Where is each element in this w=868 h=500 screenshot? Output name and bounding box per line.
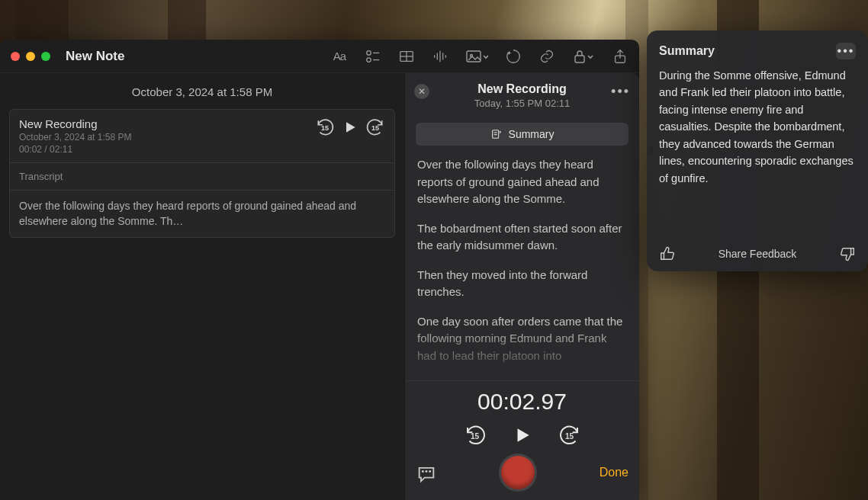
thumbs-up-icon [659,245,676,262]
table-button[interactable] [398,48,415,65]
media-icon [465,47,488,66]
transcript-label: Transcript [19,171,385,182]
done-button[interactable]: Done [600,466,628,479]
transcript-excerpt: Over the following days they heard repor… [19,198,385,229]
summary-tab-button[interactable]: Summary [416,123,628,146]
close-window-button[interactable] [11,52,20,61]
record-button[interactable] [501,456,535,489]
popover-title: Summary [659,44,715,58]
svg-point-0 [367,50,371,55]
format-button[interactable]: Aa [331,48,348,65]
thumbs-up-button[interactable] [659,245,676,262]
link-button[interactable] [538,48,555,65]
transcript-toggle-button[interactable] [416,463,437,482]
chat-icon [416,463,437,485]
summary-icon [490,128,503,140]
play-icon [342,120,358,135]
play-button[interactable] [342,120,358,135]
skip-back-button[interactable]: 15 [464,424,487,447]
summary-tab-label: Summary [509,128,555,140]
media-button[interactable] [465,48,488,65]
panel-subtitle: Today, 1:55 PM 02:11 [416,98,628,109]
recording-title: New Recording [19,117,309,130]
zoom-window-button[interactable] [41,52,50,61]
transcript-scroll[interactable]: Over the following days they heard repor… [405,152,639,380]
recording-panel: ✕ ••• New Recording Today, 1:55 PM 02:11… [404,73,639,500]
checklist-icon [365,48,381,65]
svg-rect-14 [575,56,584,62]
transcript-paragraph: One day soon after orders came that the … [417,313,627,365]
svg-point-2 [367,57,371,62]
waveform-icon [432,48,448,65]
play-button[interactable] [513,425,532,445]
more-icon: ••• [837,44,855,58]
popover-more-button[interactable]: ••• [836,43,856,59]
intelligence-button[interactable] [505,48,522,65]
note-timestamp: October 3, 2024 at 1:58 PM [0,73,404,104]
more-icon: ••• [611,84,630,99]
toolbar: Aa [331,48,628,65]
skip-back-button[interactable]: 15 [315,117,335,137]
share-button[interactable] [612,48,628,65]
share-feedback-button[interactable]: Share Feedback [719,248,797,260]
summary-popover: Summary ••• During the Somme offensive, … [647,30,868,271]
content-area: October 3, 2024 at 1:58 PM New Recording… [0,73,639,500]
link-icon [538,48,555,65]
note-body[interactable]: October 3, 2024 at 1:58 PM New Recording… [0,73,404,500]
transcript-paragraph: Over the following days they heard repor… [417,156,627,208]
recording-attachment-card[interactable]: New Recording October 3, 2024 at 1:58 PM… [9,109,395,238]
svg-rect-16 [492,130,498,139]
thumbs-down-button[interactable] [839,245,856,262]
recording-subtitle: October 3, 2024 at 1:58 PM [19,132,309,143]
titlebar: New Note Aa [0,40,639,73]
recording-elapsed: 00:02 / 02:11 [19,144,309,155]
thumbs-down-icon [839,245,856,262]
sparkle-circle-icon [505,48,522,65]
skip-forward-button[interactable]: 15 [558,424,581,447]
playback-timer: 00:02.97 [416,389,628,415]
share-icon [612,48,628,65]
window-controls [11,52,50,61]
minimize-window-button[interactable] [26,52,35,61]
format-icon: Aa [333,50,346,62]
notes-window: New Note Aa [0,40,639,500]
transport-controls: 15 15 [416,424,628,447]
audio-button[interactable] [432,48,448,65]
window-title: New Note [66,49,124,64]
close-panel-button[interactable]: ✕ [414,84,429,99]
lock-icon [572,47,595,66]
checklist-button[interactable] [365,48,381,65]
play-icon [513,425,532,445]
panel-title: New Recording [416,82,628,96]
close-icon: ✕ [418,86,426,97]
summary-text: During the Somme offensive, Edmund and F… [659,67,856,238]
table-icon [398,48,415,65]
transcript-paragraph: The bobardment often started soon after … [417,220,627,255]
panel-more-button[interactable]: ••• [611,84,630,100]
skip-forward-button[interactable]: 15 [365,117,385,137]
transcript-paragraph: Then they moved into the forward trenche… [417,267,627,301]
lock-button[interactable] [572,48,595,65]
